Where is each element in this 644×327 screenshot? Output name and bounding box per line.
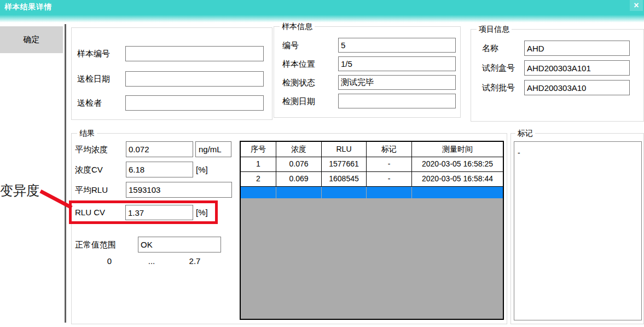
results-title: 结果 <box>77 129 97 139</box>
ok-button[interactable]: 确定 <box>0 26 63 53</box>
request-form-group: 样本编号 送检日期 送检者 <box>71 27 272 120</box>
test-date-label: 检测日期 <box>282 94 315 108</box>
table-header-row: 序号 浓度 RLU 标记 测量时间 <box>241 142 503 157</box>
cell-empty <box>367 187 412 198</box>
lot-no-label: 试剂批号 <box>482 80 515 95</box>
cell-time: 2020-03-05 16:58:25 <box>412 157 503 171</box>
cell-empty <box>322 187 367 198</box>
project-info-group: 项目信息 名称 试剂盒号 试剂批号 <box>471 29 644 122</box>
title-bar: 样本结果详情 × <box>0 0 644 22</box>
number-input[interactable] <box>338 38 456 53</box>
col-header-mark: 标记 <box>367 142 412 157</box>
range-min: 0 <box>101 256 118 266</box>
col-header-time: 测量时间 <box>412 142 503 157</box>
name-label: 名称 <box>482 41 498 56</box>
col-header-conc: 浓度 <box>276 142 322 157</box>
mark-title: 标记 <box>515 129 535 139</box>
annotation-label: 变异度 <box>0 182 39 199</box>
status-input[interactable] <box>338 75 456 90</box>
rlu-cv-unit: [%] <box>196 205 208 220</box>
dialog-title: 样本结果详情 <box>4 2 52 12</box>
submit-date-label: 送检日期 <box>77 71 110 87</box>
test-date-input[interactable] <box>338 94 456 108</box>
status-label: 检测状态 <box>282 75 315 90</box>
mark-content: - <box>518 148 520 157</box>
cell-seq: 1 <box>241 157 276 171</box>
mark-listbox[interactable]: - <box>514 141 642 320</box>
lot-no-input[interactable] <box>524 80 630 95</box>
cell-seq: 2 <box>241 172 276 186</box>
kit-no-input[interactable] <box>524 60 630 76</box>
cell-mark: - <box>367 157 412 171</box>
table-row[interactable]: 1 0.076 1577661 - 2020-03-05 16:58:25 <box>241 157 503 172</box>
number-label: 编号 <box>282 38 299 53</box>
avg-conc-unit: ng/mL <box>195 141 231 157</box>
avg-conc-label: 平均浓度 <box>75 141 108 157</box>
conc-cv-input[interactable] <box>126 162 193 177</box>
project-info-title: 项目信息 <box>477 25 512 35</box>
avg-conc-input[interactable] <box>126 141 193 157</box>
range-max: 2.7 <box>185 256 205 266</box>
sample-no-input[interactable] <box>125 46 264 61</box>
cell-empty <box>412 187 503 198</box>
submitter-input[interactable] <box>125 95 264 111</box>
normal-range-input[interactable] <box>138 237 221 253</box>
cell-empty <box>276 187 322 198</box>
sample-no-label: 样本编号 <box>77 46 110 61</box>
measurements-table: 序号 浓度 RLU 标记 测量时间 1 0.076 1577661 - 2020… <box>240 141 504 320</box>
cell-empty <box>241 187 276 198</box>
kit-no-label: 试剂盒号 <box>482 60 515 76</box>
cell-time: 2020-03-05 16:58:44 <box>412 172 503 186</box>
submit-date-input[interactable] <box>125 71 264 87</box>
cell-conc: 0.076 <box>276 157 322 171</box>
rlu-cv-input[interactable] <box>125 205 193 220</box>
avg-rlu-label: 平均RLU <box>75 182 108 198</box>
conc-cv-label: 浓度CV <box>75 162 103 177</box>
table-row-selected[interactable] <box>241 187 503 198</box>
close-icon[interactable]: × <box>630 0 643 11</box>
vertical-divider <box>65 24 66 323</box>
sample-result-dialog: 样本结果详情 × 确定 样本编号 送检日期 送检者 样本信息 编号 样本位置 检… <box>0 0 644 327</box>
position-input[interactable] <box>338 56 456 71</box>
col-header-seq: 序号 <box>241 142 276 157</box>
conc-cv-unit: [%] <box>196 162 208 177</box>
range-dots: ... <box>143 256 160 266</box>
normal-range-label: 正常值范围 <box>75 237 116 253</box>
cell-rlu: 1608545 <box>322 172 367 186</box>
mark-group: 标记 - <box>510 133 644 324</box>
rlu-cv-label: RLU CV <box>75 205 105 220</box>
name-input[interactable] <box>524 41 630 56</box>
table-row[interactable]: 2 0.069 1608545 - 2020-03-05 16:58:44 <box>241 172 503 187</box>
avg-rlu-input[interactable] <box>126 182 232 198</box>
position-label: 样本位置 <box>282 56 315 71</box>
col-header-rlu: RLU <box>322 142 367 157</box>
submitter-label: 送检者 <box>77 95 102 111</box>
cell-mark: - <box>367 172 412 186</box>
cell-conc: 0.069 <box>276 172 322 186</box>
sample-info-group: 样本信息 编号 样本位置 检测状态 检测日期 <box>274 26 461 118</box>
cell-rlu: 1577661 <box>322 157 367 171</box>
sample-info-title: 样本信息 <box>280 22 315 32</box>
